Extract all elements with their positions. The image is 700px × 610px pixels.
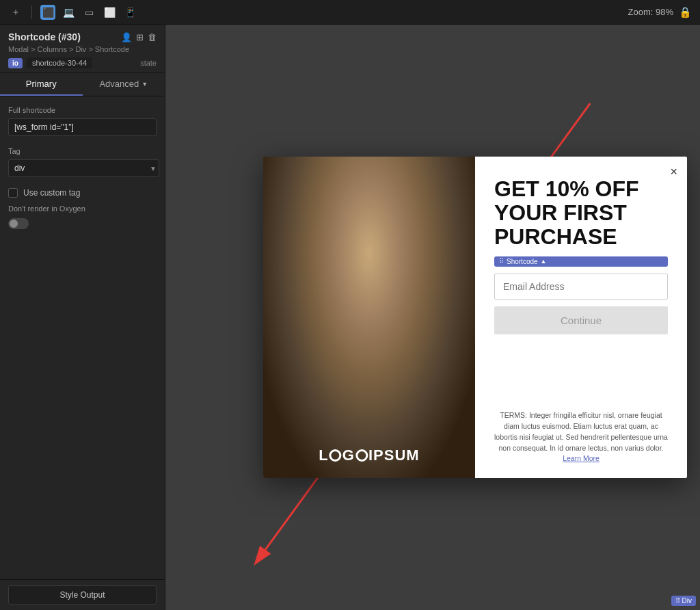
style-output-button[interactable]: Style Output [8, 585, 157, 605]
logo-o1 [329, 449, 342, 462]
tag-group: Tag div ▼ [8, 147, 157, 177]
use-custom-tag-row: Use custom tag [8, 188, 157, 198]
modal-right-panel: × GET 10% OFF YOUR FIRST PURCHASE ⠿ Shor… [475, 157, 687, 478]
sidebar-actions: 👤 ⊞ 🗑 [121, 32, 157, 42]
grid-icon-small: ⠿ [675, 597, 680, 605]
zoom-label: Zoom: 98% [628, 7, 673, 17]
sidebar-header: Shortcode (#30) 👤 ⊞ 🗑 Modal > Columns > … [0, 25, 165, 73]
shortcode-label-text: Shortcode [507, 258, 538, 265]
email-input[interactable] [494, 274, 668, 300]
tag-label: Tag [8, 147, 157, 155]
canvas-area: LGIPSUM × GET 10% OFF YOUR FIRST PURCHAS… [165, 25, 700, 610]
state-badge: state [140, 59, 157, 67]
lock-icon: 🔒 [679, 6, 692, 18]
element-id-row: io shortcode-30-44 state [8, 57, 157, 68]
toolbar-left: ＋ ⬛ 💻 ▭ ⬜ 📱 [8, 5, 137, 20]
modal-left-panel: LGIPSUM [263, 157, 475, 478]
landscape-icon[interactable]: ⬜ [102, 5, 117, 20]
chevron-up-icon: ▲ [541, 258, 547, 265]
copy-icon[interactable]: ⊞ [136, 32, 144, 42]
desktop-icon[interactable]: ⬛ [40, 5, 55, 20]
grid-icon: ⠿ [499, 258, 504, 265]
sidebar-tabs: Primary Advanced ▼ [0, 73, 165, 96]
sidebar: Shortcode (#30) 👤 ⊞ 🗑 Modal > Columns > … [0, 25, 165, 610]
trash-icon[interactable]: 🗑 [148, 32, 157, 42]
separator [31, 5, 32, 19]
chevron-down-icon: ▼ [142, 81, 148, 88]
main-layout: Shortcode (#30) 👤 ⊞ 🗑 Modal > Columns > … [0, 25, 700, 610]
modal-headline: GET 10% OFF YOUR FIRST PURCHASE [494, 177, 668, 250]
full-shortcode-label: Full shortcode [8, 106, 157, 114]
modal-image: LGIPSUM [263, 157, 475, 478]
mobile-icon[interactable]: 📱 [122, 5, 137, 20]
terms-content: TERMS: Integer fringilla efficitur nisl,… [494, 411, 668, 462]
element-id-badge: io [8, 58, 23, 68]
logo-o2 [355, 449, 368, 462]
sidebar-content: Full shortcode Tag div ▼ Use custom tag … [0, 96, 165, 579]
div-badge: ⠿ Div [671, 596, 696, 606]
tag-select-row: div ▼ [8, 159, 157, 177]
dont-render-toggle[interactable] [8, 218, 29, 229]
modal-close-button[interactable]: × [670, 165, 677, 179]
tab-advanced-label: Advanced [99, 79, 139, 89]
use-custom-tag-checkbox[interactable] [8, 188, 18, 198]
tab-advanced[interactable]: Advanced ▼ [83, 73, 165, 96]
person-silhouette [263, 157, 475, 478]
tag-select[interactable]: div [8, 159, 159, 177]
sidebar-footer: Style Output [0, 579, 165, 610]
modal-headline-line2: YOUR FIRST PURCHASE [494, 201, 668, 249]
toggle-thumb [10, 220, 18, 228]
laptop-icon[interactable]: 💻 [61, 5, 76, 20]
sidebar-title-row: Shortcode (#30) 👤 ⊞ 🗑 [8, 31, 157, 42]
toolbar-right: Zoom: 98% 🔒 [628, 6, 692, 18]
tab-primary[interactable]: Primary [0, 73, 83, 96]
continue-button[interactable]: Continue [494, 306, 668, 334]
sidebar-title: Shortcode (#30) [8, 31, 81, 42]
logo-text: LGIPSUM [319, 447, 419, 464]
tablet-icon[interactable]: ▭ [81, 5, 96, 20]
full-shortcode-group: Full shortcode [8, 106, 157, 136]
add-icon[interactable]: ＋ [8, 5, 23, 20]
shortcode-label[interactable]: ⠿ Shortcode ▲ [494, 256, 668, 267]
div-badge-label: Div [682, 597, 692, 605]
element-id-value: shortcode-30-44 [27, 57, 92, 68]
modal-container: LGIPSUM × GET 10% OFF YOUR FIRST PURCHAS… [263, 157, 687, 478]
terms-text: TERMS: Integer fringilla efficitur nisl,… [494, 401, 668, 464]
top-toolbar: ＋ ⬛ 💻 ▭ ⬜ 📱 Zoom: 98% 🔒 [0, 0, 700, 25]
dont-render-label: Don't render in Oxygen [8, 204, 157, 213]
breadcrumb: Modal > Columns > Div > Shortcode [8, 45, 157, 53]
user-icon[interactable]: 👤 [121, 32, 132, 42]
use-custom-tag-label: Use custom tag [23, 188, 80, 198]
modal-headline-line1: GET 10% OFF [494, 177, 668, 201]
learn-more-link[interactable]: Learn More [563, 454, 600, 462]
dont-render-toggle-row [8, 218, 157, 229]
full-shortcode-input[interactable] [8, 118, 157, 136]
